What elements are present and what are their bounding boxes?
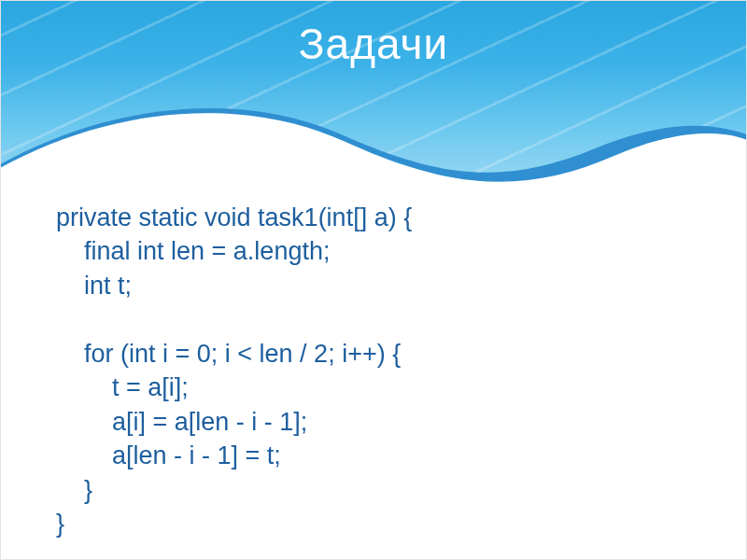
code-line: private static void task1(int[] a) { xyxy=(56,203,412,231)
slide-title: Задачи xyxy=(0,19,747,69)
code-line: int t; xyxy=(56,272,132,300)
code-line: for (int i = 0; i < len / 2; i++) { xyxy=(56,340,401,368)
code-line: final int len = a.length; xyxy=(56,237,330,265)
slide: Задачи private static void task1(int[] a… xyxy=(0,0,747,560)
code-block: private static void task1(int[] a) { fin… xyxy=(56,201,710,540)
code-line: a[len - i - 1] = t; xyxy=(56,441,281,469)
code-line: } xyxy=(56,476,92,504)
code-line: t = a[i]; xyxy=(56,373,189,401)
code-line: a[i] = a[len - i - 1]; xyxy=(56,408,307,436)
code-line: } xyxy=(56,510,64,538)
